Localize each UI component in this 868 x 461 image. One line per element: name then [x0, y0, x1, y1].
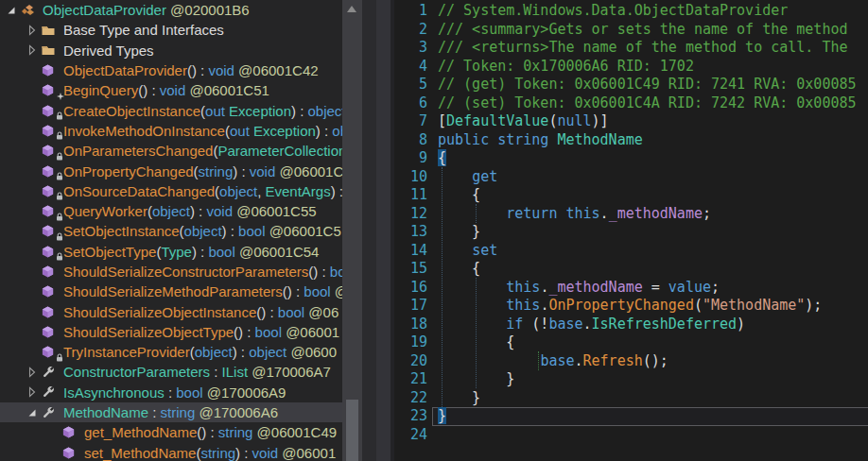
- tree-row[interactable]: BeginQuery() : void @06001C51: [0, 80, 342, 100]
- tree-row[interactable]: IsAsynchronous : bool @170006A9: [0, 383, 342, 402]
- line-number[interactable]: 24: [394, 426, 427, 445]
- method-icon-slot: [41, 204, 61, 219]
- expander-slot[interactable]: [24, 365, 41, 380]
- tree-row[interactable]: InvokeMethodOnInstance(out Exception) : …: [0, 121, 342, 141]
- code-line[interactable]: 9{: [394, 149, 868, 168]
- expander-collapsed-icon[interactable]: [25, 43, 40, 58]
- tree-scrollbar-thumb[interactable]: [346, 400, 358, 461]
- tree-row[interactable]: QueryWorker(object) : void @06001C55: [0, 201, 342, 221]
- tree-row[interactable]: SetObjectInstance(object) : bool @06001C…: [0, 221, 342, 241]
- expander-collapsed-icon[interactable]: [25, 365, 40, 380]
- line-number[interactable]: 8: [394, 131, 427, 150]
- tree-row[interactable]: ShouldSerializeConstructorParameters() :…: [0, 262, 342, 282]
- code-line[interactable]: 15 {: [394, 260, 868, 279]
- code-line[interactable]: 6// (set) Token: 0x06001C4A RID: 7242 RV…: [394, 94, 868, 113]
- code-line[interactable]: 22 }: [394, 389, 868, 408]
- panel-splitter[interactable]: [362, 0, 376, 461]
- expander-collapsed-icon[interactable]: [25, 23, 40, 38]
- tree-row-label: ShouldSerializeObjectType() : bool @0600…: [63, 324, 339, 340]
- code-line[interactable]: 16 this._methodName = value;: [394, 279, 868, 298]
- tree-row[interactable]: ObjectDataProvider @020001B6: [0, 0, 342, 20]
- line-number[interactable]: 6: [394, 94, 427, 113]
- code-line-content: this.OnPropertyChanged("MethodName");: [438, 297, 868, 316]
- panel-splitter-handle[interactable]: [376, 0, 391, 461]
- method-icon-slot: [41, 244, 61, 259]
- code-lines[interactable]: 1// System.Windows.Data.ObjectDataProvid…: [394, 0, 868, 444]
- line-number[interactable]: 17: [394, 297, 427, 316]
- tree-row-selected[interactable]: MethodName : string @170006A6: [0, 402, 342, 422]
- expander-slot[interactable]: [24, 405, 41, 420]
- tree-row[interactable]: TryInstanceProvider(object) : object @06…: [0, 342, 342, 362]
- type-members-tree[interactable]: ObjectDataProvider @020001B6Base Type an…: [0, 0, 342, 461]
- tree-row[interactable]: OnParametersChanged(ParameterCollection: [0, 141, 342, 161]
- tree-row[interactable]: ConstructorParameters : IList @170006A7: [0, 362, 342, 382]
- line-number[interactable]: 22: [394, 389, 427, 408]
- code-line-content: }: [438, 389, 868, 408]
- code-line[interactable]: 1// System.Windows.Data.ObjectDataProvid…: [394, 2, 868, 21]
- code-editor[interactable]: 1// System.Windows.Data.ObjectDataProvid…: [394, 0, 868, 461]
- line-number[interactable]: 12: [394, 205, 427, 224]
- code-line[interactable]: 17 this.OnPropertyChanged("MethodName");: [394, 297, 868, 316]
- expander-slot: [24, 123, 41, 138]
- line-number[interactable]: 18: [394, 316, 427, 334]
- line-number[interactable]: 2: [394, 21, 427, 40]
- line-number[interactable]: 3: [394, 39, 427, 58]
- tree-row[interactable]: ShouldSerializeMethodParameters() : bool…: [0, 282, 342, 301]
- tree-row[interactable]: ShouldSerializeObjectType() : bool @0600…: [0, 322, 342, 342]
- expander-slot[interactable]: [3, 3, 20, 18]
- line-number[interactable]: 19: [394, 333, 427, 352]
- tree-row[interactable]: SetObjectType(Type) : bool @06001C54: [0, 242, 342, 262]
- line-number[interactable]: 14: [394, 242, 427, 261]
- tree-row[interactable]: Base Type and Interfaces: [0, 20, 342, 40]
- code-line[interactable]: 12 return this._methodName;: [394, 205, 868, 224]
- code-line[interactable]: 8public string MethodName: [394, 131, 868, 150]
- code-line[interactable]: 20 base.Refresh();: [394, 352, 868, 371]
- line-number[interactable]: 1: [394, 2, 427, 21]
- code-line[interactable]: 4// Token: 0x170006A6 RID: 1702: [394, 58, 868, 77]
- tree-row[interactable]: Derived Types: [0, 41, 342, 60]
- code-line[interactable]: 21 }: [394, 370, 868, 389]
- line-number[interactable]: 21: [394, 370, 427, 389]
- expander-collapsed-icon[interactable]: [25, 384, 40, 400]
- tree-row[interactable]: CreateObjectInstance(out Exception) : ob…: [0, 100, 342, 120]
- tree-row[interactable]: set_MethodName(string) : void @06001: [0, 443, 342, 461]
- line-number[interactable]: 23: [394, 407, 427, 426]
- tree-scrollbar[interactable]: [342, 0, 362, 461]
- line-number[interactable]: 9: [394, 149, 427, 168]
- code-line[interactable]: 3/// <returns>The name of the method to …: [394, 39, 868, 58]
- expander-slot: [24, 304, 41, 319]
- line-number[interactable]: 7: [394, 112, 427, 131]
- line-number[interactable]: 15: [394, 260, 427, 279]
- code-line[interactable]: 18 if (!base.IsRefreshDeferred): [394, 316, 868, 334]
- code-line[interactable]: 5// (get) Token: 0x06001C49 RID: 7241 RV…: [394, 76, 868, 94]
- tree-row[interactable]: OnPropertyChanged(string) : void @06001C: [0, 161, 342, 180]
- code-line-current[interactable]: 23}: [394, 407, 868, 426]
- tree-row[interactable]: ShouldSerializeObjectInstance() : bool @…: [0, 301, 342, 321]
- tree-row[interactable]: ObjectDataProvider() : void @06001C42: [0, 60, 342, 80]
- line-number[interactable]: 13: [394, 223, 427, 242]
- scrollbar-up-arrow-icon[interactable]: [347, 6, 356, 12]
- tree-row-label: ObjectDataProvider @020001B6: [43, 2, 250, 18]
- line-number[interactable]: 10: [394, 168, 427, 187]
- code-line[interactable]: 2/// <summary>Gets or sets the name of t…: [394, 21, 868, 40]
- expander-slot[interactable]: [24, 43, 41, 58]
- code-line[interactable]: 11 {: [394, 186, 868, 205]
- code-line[interactable]: 7[DefaultValue(null)]: [394, 112, 868, 131]
- code-line[interactable]: 10 get: [394, 168, 868, 187]
- tree-row[interactable]: get_MethodName() : string @06001C49: [0, 422, 342, 442]
- expander-expanded-icon[interactable]: [25, 405, 40, 420]
- expander-slot[interactable]: [24, 23, 41, 38]
- line-number[interactable]: 5: [394, 76, 427, 94]
- code-line[interactable]: 13 }: [394, 223, 868, 242]
- code-line[interactable]: 24: [394, 426, 868, 445]
- line-number[interactable]: 4: [394, 58, 427, 77]
- expander-slot[interactable]: [24, 384, 41, 400]
- line-number[interactable]: 20: [394, 352, 427, 371]
- code-line[interactable]: 14 set: [394, 242, 868, 261]
- tree-row[interactable]: OnSourceDataChanged(object, EventArgs) :: [0, 181, 342, 201]
- expander-expanded-icon[interactable]: [4, 3, 19, 18]
- method-icon-slot: [41, 324, 61, 339]
- code-line[interactable]: 19 {: [394, 333, 868, 352]
- line-number[interactable]: 16: [394, 279, 427, 298]
- line-number[interactable]: 11: [394, 186, 427, 205]
